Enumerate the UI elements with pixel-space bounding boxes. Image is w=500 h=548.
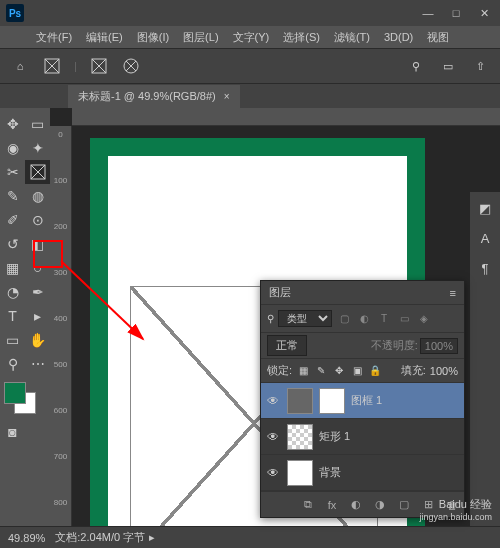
- tab-label: 未标题-1 @ 49.9%(RGB/8#): [78, 89, 216, 104]
- fill-value[interactable]: 100%: [430, 365, 458, 377]
- delete-layer-icon[interactable]: 🗑: [444, 499, 460, 511]
- search-icon[interactable]: ⚲: [406, 56, 426, 76]
- close-button[interactable]: ✕: [474, 7, 494, 20]
- maximize-button[interactable]: □: [446, 7, 466, 20]
- frame-tool[interactable]: [25, 160, 50, 184]
- menu-filter[interactable]: 滤镜(T): [328, 28, 376, 47]
- horizontal-ruler[interactable]: [72, 108, 500, 126]
- pen-tool[interactable]: ✒: [25, 280, 50, 304]
- paragraph-panel-icon[interactable]: ¶: [475, 258, 495, 278]
- group-icon[interactable]: ▢: [396, 498, 412, 511]
- vertical-ruler[interactable]: 0 100 200 300 400 500 600 700 800 900: [50, 126, 72, 548]
- zoom-level[interactable]: 49.89%: [8, 532, 45, 544]
- lock-transparent-icon[interactable]: ▦: [296, 364, 310, 378]
- stamp-tool[interactable]: ⊙: [25, 208, 50, 232]
- home-icon[interactable]: ⌂: [10, 56, 30, 76]
- quickmask-toggle[interactable]: ◙: [0, 420, 25, 444]
- document-tab[interactable]: 未标题-1 @ 49.9%(RGB/8#) ×: [68, 85, 240, 108]
- fx-icon[interactable]: fx: [324, 499, 340, 511]
- lock-all-icon[interactable]: 🔒: [368, 364, 382, 378]
- toolbox: ✥▭ ◉✦ ✂ ✎◍ ✐⊙ ↺◧ ▦○ ◔✒ T▸ ▭✋ ⚲⋯ ◙: [0, 108, 50, 548]
- menu-select[interactable]: 选择(S): [277, 28, 326, 47]
- ellipse-frame-icon[interactable]: [121, 56, 141, 76]
- more-tools[interactable]: ⋯: [25, 352, 50, 376]
- blur-tool[interactable]: ○: [25, 256, 50, 280]
- history-brush-tool[interactable]: ↺: [0, 232, 25, 256]
- layer-thumbnail[interactable]: [287, 460, 313, 486]
- lock-artboard-icon[interactable]: ▣: [350, 364, 364, 378]
- artboard-icon[interactable]: ▭: [438, 56, 458, 76]
- adjustment-icon[interactable]: ◑: [372, 498, 388, 511]
- filter-adjust-icon[interactable]: ◐: [356, 311, 372, 327]
- panel-dock: ◩ A ¶: [470, 192, 500, 548]
- filter-type-icon[interactable]: T: [376, 311, 392, 327]
- fill-label: 填充:: [401, 363, 426, 378]
- zoom-tool[interactable]: ⚲: [0, 352, 25, 376]
- menu-type[interactable]: 文字(Y): [227, 28, 276, 47]
- document-info[interactable]: 文档:2.04M/0 字节: [55, 530, 145, 545]
- layer-name[interactable]: 矩形 1: [319, 429, 350, 444]
- lock-position-icon[interactable]: ✥: [332, 364, 346, 378]
- eyedropper-tool[interactable]: ✎: [0, 184, 25, 208]
- menu-layer[interactable]: 图层(L): [177, 28, 224, 47]
- eraser-tool[interactable]: ◧: [25, 232, 50, 256]
- tab-close-icon[interactable]: ×: [224, 91, 230, 102]
- title-bar: Ps — □ ✕: [0, 0, 500, 26]
- layer-row[interactable]: 👁 背景: [261, 455, 464, 491]
- menu-file[interactable]: 文件(F): [30, 28, 78, 47]
- blend-mode-select[interactable]: 正常: [267, 335, 307, 356]
- frame-tool-icon[interactable]: [42, 56, 62, 76]
- type-tool[interactable]: T: [0, 304, 25, 328]
- menu-view[interactable]: 视图: [421, 28, 455, 47]
- crop-tool[interactable]: ✂: [0, 160, 25, 184]
- gradient-tool[interactable]: ▦: [0, 256, 25, 280]
- panel-footer: ⧉ fx ◐ ◑ ▢ ⊞ 🗑: [261, 491, 464, 517]
- link-layers-icon[interactable]: ⧉: [300, 498, 316, 511]
- layer-thumbnail[interactable]: [287, 424, 313, 450]
- move-tool[interactable]: ✥: [0, 112, 25, 136]
- document-tabs: 未标题-1 @ 49.9%(RGB/8#) ×: [0, 84, 500, 108]
- color-panel-icon[interactable]: ◩: [475, 198, 495, 218]
- path-select-tool[interactable]: ▸: [25, 304, 50, 328]
- opacity-value[interactable]: 100%: [420, 338, 458, 354]
- info-dropdown-icon[interactable]: ▸: [149, 531, 155, 544]
- rect-frame-icon[interactable]: [89, 56, 109, 76]
- layer-thumbnail[interactable]: [287, 388, 313, 414]
- minimize-button[interactable]: —: [418, 7, 438, 20]
- layers-panel: 图层 ≡ ⚲ 类型 ▢ ◐ T ▭ ◈ 正常 不透明度: 100% 锁定: ▦ …: [260, 280, 465, 518]
- marquee-tool[interactable]: ▭: [25, 112, 50, 136]
- wand-tool[interactable]: ✦: [25, 136, 50, 160]
- menu-edit[interactable]: 编辑(E): [80, 28, 129, 47]
- filter-type-select[interactable]: 类型: [278, 310, 332, 327]
- layer-mask[interactable]: [319, 388, 345, 414]
- character-panel-icon[interactable]: A: [475, 228, 495, 248]
- layer-row[interactable]: 👁 矩形 1: [261, 419, 464, 455]
- filter-smart-icon[interactable]: ◈: [416, 311, 432, 327]
- layer-row[interactable]: 👁 图框 1: [261, 383, 464, 419]
- visibility-toggle[interactable]: 👁: [267, 430, 281, 444]
- shape-tool[interactable]: ▭: [0, 328, 25, 352]
- patch-tool[interactable]: ◍: [25, 184, 50, 208]
- brush-tool[interactable]: ✐: [0, 208, 25, 232]
- hand-tool[interactable]: ✋: [25, 328, 50, 352]
- status-bar: 49.89% 文档:2.04M/0 字节 ▸: [0, 526, 500, 548]
- layer-name[interactable]: 图框 1: [351, 393, 382, 408]
- new-layer-icon[interactable]: ⊞: [420, 498, 436, 511]
- visibility-toggle[interactable]: 👁: [267, 466, 281, 480]
- share-icon[interactable]: ⇧: [470, 56, 490, 76]
- options-bar: ⌂ | ⚲ ▭ ⇧: [0, 48, 500, 84]
- filter-pixel-icon[interactable]: ▢: [336, 311, 352, 327]
- foreground-color[interactable]: [4, 382, 26, 404]
- visibility-toggle[interactable]: 👁: [267, 394, 281, 408]
- lock-paint-icon[interactable]: ✎: [314, 364, 328, 378]
- dodge-tool[interactable]: ◔: [0, 280, 25, 304]
- menu-image[interactable]: 图像(I): [131, 28, 175, 47]
- filter-shape-icon[interactable]: ▭: [396, 311, 412, 327]
- mask-icon[interactable]: ◐: [348, 498, 364, 511]
- panel-menu-icon[interactable]: ≡: [450, 287, 456, 299]
- layer-name[interactable]: 背景: [319, 465, 341, 480]
- menu-3d[interactable]: 3D(D): [378, 29, 419, 45]
- lasso-tool[interactable]: ◉: [0, 136, 25, 160]
- color-swatch[interactable]: [4, 382, 36, 414]
- filter-search-icon[interactable]: ⚲: [267, 313, 274, 324]
